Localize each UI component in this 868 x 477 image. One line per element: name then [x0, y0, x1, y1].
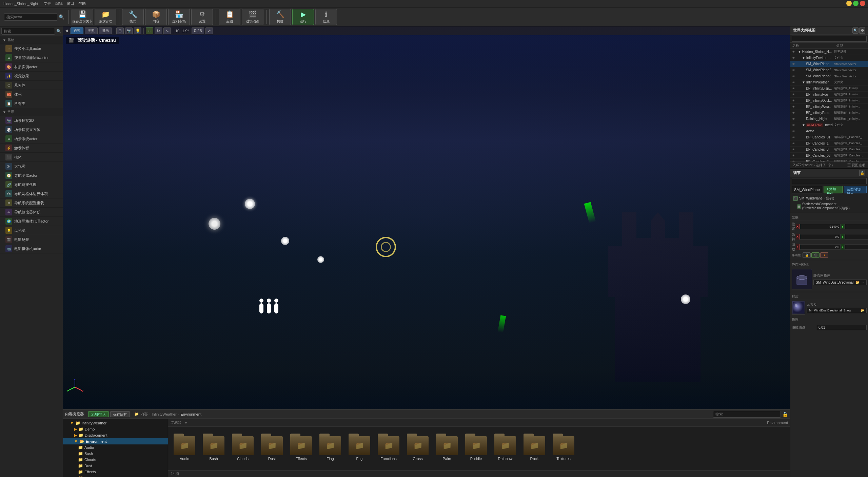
outliner-item[interactable]: 👁 BP_Candles_1 编辑器BP_Candles_...: [790, 140, 868, 147]
tree-item-effects[interactable]: 📁 Effects: [63, 469, 168, 475]
blueprint-toolbar-button[interactable]: 📋 蓝图: [219, 9, 240, 25]
outliner-item[interactable]: 👁 BP_InfinityFog 编辑器BP_Infinity...: [790, 92, 868, 98]
outliner-item[interactable]: 👁 SM_WindPlane2 StaticMeshActor: [790, 67, 868, 73]
outliner-item[interactable]: 👁 ▼ Hidden_Shrine_Night（编辑器） 世界场景: [790, 49, 868, 55]
menu-window[interactable]: 窗口: [67, 1, 74, 6]
vp-rotate-btn[interactable]: ↻: [155, 27, 162, 34]
rot-y-input[interactable]: [845, 234, 868, 240]
item-scene-system[interactable]: ⚙ 场景系统actor: [0, 134, 63, 144]
material-browse-icon[interactable]: 📂: [861, 309, 864, 312]
tree-item-flag[interactable]: 📁 Flag: [63, 475, 168, 477]
info-toolbar-button[interactable]: ℹ 信息: [315, 9, 337, 25]
item-scene-2d[interactable]: 📷 场景捕捉2D: [0, 116, 63, 125]
tree-item-displacement[interactable]: ▶ 📁 Displacement: [63, 432, 168, 438]
section-common[interactable]: ▼ 常用: [0, 108, 63, 116]
content-folder-rock[interactable]: 📁 Rock: [521, 435, 548, 462]
outliner-item[interactable]: 👁 BP_Candles_01 编辑器BP_Candles_...: [790, 134, 868, 140]
item-manager-test[interactable]: ⚙ 变量管理器测试actor: [0, 53, 63, 62]
vp-scale-btn[interactable]: ⤡: [163, 27, 171, 34]
outliner-item[interactable]: 👁 BP_InfinityOcclusion 编辑器BP_Infinity...: [790, 98, 868, 104]
cb-breadcrumb-infinity[interactable]: InfinityWeather: [152, 412, 176, 416]
item-atm-fog[interactable]: 🌫 大气雾: [0, 162, 63, 171]
outliner-item[interactable]: 👁 BP_Candles_03 编辑器BP_Candles_...: [790, 153, 868, 159]
vp-translate-btn[interactable]: ↔: [146, 27, 153, 34]
menu-help[interactable]: 帮助: [78, 1, 86, 6]
outliner-item[interactable]: 👁 BP_InfinityDisplacement 编辑器BP_Infinity…: [790, 85, 868, 92]
mobility-stationary-btn[interactable]: ⚫: [811, 252, 820, 258]
content-folder-bush[interactable]: 📁 Bush: [200, 435, 227, 462]
vp-lit-btn[interactable]: 光照: [85, 27, 98, 34]
save-all-button[interactable]: 保存所有: [110, 411, 130, 417]
item-body[interactable]: 🧱 体积: [0, 90, 63, 99]
item-cube[interactable]: ⬛ 模体: [0, 153, 63, 162]
scale-x-input[interactable]: [800, 244, 841, 250]
item-transform[interactable]: ↔ 变换小工具actor: [0, 44, 63, 53]
item-cine-camera[interactable]: 📹 电影摄像机actor: [0, 244, 63, 253]
tree-item-audio[interactable]: 📁 Audio: [63, 444, 168, 451]
mobility-static-btn[interactable]: 🔒: [803, 252, 811, 258]
content-folder-effects[interactable]: 📁 Effects: [288, 435, 315, 462]
mesh-value-display[interactable]: SM_WindDustDirectional 📂 →: [813, 280, 867, 285]
tree-item-environment[interactable]: ▼ 📂 Environment: [63, 438, 168, 444]
pos-x-input[interactable]: [800, 224, 841, 229]
item-nav-test[interactable]: 🧭 导航测试actor: [0, 171, 63, 180]
content-folder-fog[interactable]: 📁 Fog: [346, 435, 373, 462]
content-folder-palm[interactable]: 📁 Palm: [433, 435, 460, 462]
outliner-item[interactable]: 👁 Actor: [790, 128, 868, 134]
play-toolbar-button[interactable]: ▶ 运行: [292, 9, 314, 25]
settings-toolbar-button[interactable]: ⚙ 设置: [191, 9, 213, 25]
item-all[interactable]: 📋 所有类: [0, 99, 63, 108]
item-geo[interactable]: ⬡ 几何体: [0, 81, 63, 90]
section-basic[interactable]: ▼ 基础: [0, 36, 63, 44]
vp-arrow-back[interactable]: ◀: [65, 28, 68, 33]
content-folder-dust[interactable]: 📁 Dust: [258, 435, 285, 462]
import-button[interactable]: 添加/导入: [88, 411, 109, 417]
vp-maximize-btn[interactable]: ⤢: [205, 27, 213, 34]
item-point-light[interactable]: 💡 点光源: [0, 226, 63, 235]
outliner-item[interactable]: 👁 BP_Candles_7 编辑器BP_Candles_...: [790, 159, 868, 161]
item-nav-mesh[interactable]: 🗺 导航网格体边界体积: [0, 189, 63, 198]
scale-y-input[interactable]: [845, 244, 868, 250]
outliner-item[interactable]: 👁 BP_InfinityWeatherController 编辑器BP_Inf…: [790, 104, 868, 110]
outliner-item[interactable]: 👁 BP_Candles_3 编辑器BP_Candles_...: [790, 147, 868, 153]
outliner-item[interactable]: 👁 BP_InfinityPrecipitationHail 编辑器BP_Inf…: [790, 110, 868, 116]
tree-item-infinity-weather[interactable]: ▼ 📁 InfinityWeather: [63, 420, 168, 426]
market-toolbar-button[interactable]: 🏪 虚幻市场: [168, 9, 190, 25]
manager-toolbar-button[interactable]: 📁 游戏管理: [95, 9, 116, 25]
outliner-item[interactable]: 👁 ▼ InfinityWeather 文件夹: [790, 79, 868, 85]
left-search-input[interactable]: [1, 28, 55, 35]
viewport[interactable]: ◀ 透视 光照 显示 ⊞ 📷 💡 ↔ ↻ ⤡ 10 1.9° 0:26 ⤢: [63, 26, 790, 409]
outliner-item[interactable]: 👁 SM_WindPlane StaticMeshActor: [790, 61, 868, 67]
tree-item-demo[interactable]: ▶ 📁 Demo: [63, 426, 168, 432]
mesh-arrow-icon[interactable]: →: [861, 281, 864, 284]
maximize-button[interactable]: [853, 1, 859, 6]
content-folder-textures[interactable]: 📁 Textures: [550, 435, 577, 462]
component-static-mesh[interactable]: ▦ StaticMeshComponent (StaticMeshCompone…: [792, 202, 867, 211]
mobility-movable-btn[interactable]: 🔸: [820, 252, 828, 258]
cb-breadcrumb-content[interactable]: 内容: [140, 412, 148, 417]
content-folder-grass[interactable]: 📁 Grass: [404, 435, 431, 462]
tree-item-bush[interactable]: 📁 Bush: [63, 451, 168, 457]
item-nav-modifier[interactable]: ✏ 导航修改器体积: [0, 208, 63, 217]
mesh-browse-icon[interactable]: 📂: [855, 281, 860, 284]
menu-file[interactable]: 文件: [44, 1, 51, 6]
outliner-search-btn[interactable]: 🔍: [852, 27, 859, 34]
outliner-settings-btn[interactable]: ⚙: [859, 27, 865, 34]
details-search-input[interactable]: [792, 178, 867, 184]
tree-item-clouds[interactable]: 📁 Clouds: [63, 457, 168, 463]
add-component-button[interactable]: + 添加组件: [824, 186, 843, 193]
vp-light-btn[interactable]: 💡: [134, 27, 141, 34]
minimize-button[interactable]: [846, 1, 852, 6]
outliner-item[interactable]: 👁 SM_WindPlane3 StaticMeshActor: [790, 73, 868, 79]
cb-breadcrumb-environment[interactable]: Environment: [180, 412, 201, 416]
outliner-item[interactable]: 👁 ▼ need Actor need 文件夹: [790, 122, 868, 128]
details-lock-btn[interactable]: 🔒: [859, 170, 865, 176]
cinematics-toolbar-button[interactable]: 🎬 过场动画: [242, 9, 263, 25]
outliner-view-options[interactable]: ☰ 视图选项: [847, 163, 865, 168]
content-folder-clouds[interactable]: 📁 Clouds: [229, 435, 256, 462]
item-trigger[interactable]: ⚡ 触发体积: [0, 144, 63, 153]
actor-name-display[interactable]: SM_WindPlane: [792, 186, 822, 193]
content-folder-puddle[interactable]: 📁 Puddle: [462, 435, 490, 462]
item-nav-sys[interactable]: ⚙ 导航系统配置重载: [0, 198, 63, 208]
save-toolbar-button[interactable]: 💾 保存当前关卡: [72, 9, 93, 25]
